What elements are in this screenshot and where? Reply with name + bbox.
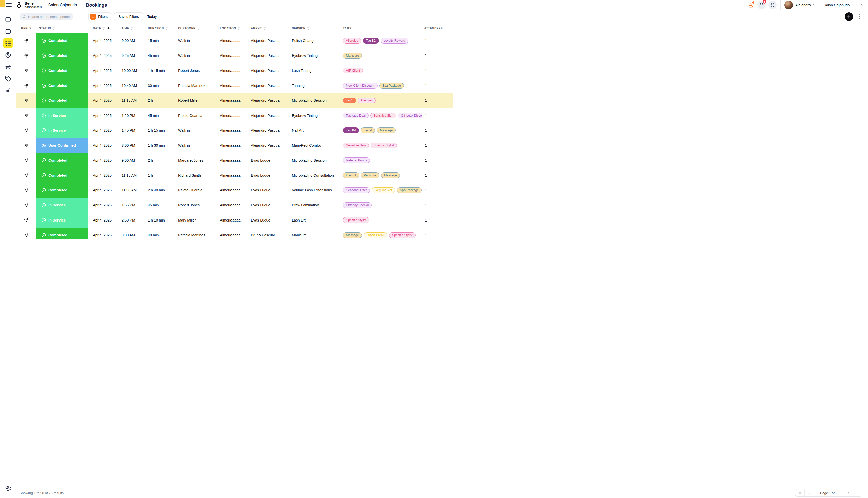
cell-time: 1:45 PM xyxy=(120,123,148,138)
send-reply-icon[interactable] xyxy=(24,173,28,178)
column-header-time[interactable]: TIME xyxy=(120,26,148,30)
table-row[interactable]: In Service Apr 4, 20251:55 PM45 minRober… xyxy=(16,198,434,213)
column-label: SERVICE xyxy=(292,27,305,30)
status-completed-icon xyxy=(41,38,49,43)
column-header-location[interactable]: LOCATION xyxy=(218,26,250,30)
table-row[interactable]: Completed Apr 4, 20259:00 AM2 hMargaret … xyxy=(16,153,434,168)
send-reply-icon[interactable] xyxy=(24,128,28,132)
cell-customer: Richard Smith xyxy=(176,168,218,183)
sidebar-item-calendar[interactable] xyxy=(3,26,13,36)
send-reply-icon[interactable] xyxy=(24,203,28,207)
sort-icon[interactable] xyxy=(102,26,105,30)
column-header-customer[interactable]: CUSTOMER xyxy=(176,26,218,30)
search-box[interactable] xyxy=(20,13,73,21)
send-reply-icon[interactable] xyxy=(24,218,28,222)
send-reply-icon[interactable] xyxy=(24,39,28,43)
sort-icon[interactable] xyxy=(52,26,55,30)
tag-pill[interactable]: Tag B4 xyxy=(343,127,359,133)
cell-customer: Walk in xyxy=(176,33,218,48)
tag-pill[interactable]: Massage xyxy=(377,127,396,133)
tag-pill[interactable]: Off-peak Discount xyxy=(398,113,423,118)
sort-icon[interactable] xyxy=(307,26,310,30)
send-reply-icon[interactable] xyxy=(24,68,28,73)
tag-pill[interactable]: Tag B2 xyxy=(363,38,379,44)
tag-pill[interactable]: Sensitive Skin xyxy=(371,113,397,118)
tag-pill[interactable]: Allergies xyxy=(358,97,376,103)
column-header-status[interactable]: STATUS xyxy=(36,26,88,30)
saved-filters-button[interactable]: Saved Filters xyxy=(114,12,143,21)
tag-pill[interactable]: Spa Package xyxy=(379,83,404,89)
tag-pill[interactable]: Lunch Break xyxy=(364,232,387,238)
table-row[interactable]: Completed Apr 4, 202511:15 AM2 hRobert M… xyxy=(16,93,434,108)
tag-pill[interactable]: Specific Stylist xyxy=(343,217,370,223)
tag-pill[interactable]: Referral Bonus xyxy=(343,157,370,163)
tag-pill[interactable]: Birthday Special xyxy=(343,202,372,208)
sidebar-item-tags[interactable] xyxy=(3,74,13,84)
table-row[interactable]: In Service Apr 4, 20252:50 PM1 h 10 minM… xyxy=(16,213,434,228)
send-reply-icon[interactable] xyxy=(24,53,28,58)
sidebar-item-reports[interactable] xyxy=(3,86,13,96)
sidebar-item-payments[interactable] xyxy=(3,14,13,25)
column-header-agent[interactable]: AGENT xyxy=(250,26,291,30)
tag-pill[interactable]: Massage xyxy=(381,172,400,178)
sort-icon[interactable] xyxy=(197,26,200,30)
sort-desc-arrow-icon[interactable] xyxy=(107,26,110,30)
sort-icon[interactable] xyxy=(165,26,168,30)
sidebar-item-bookings[interactable] xyxy=(3,38,13,48)
column-header-duration[interactable]: DURATION xyxy=(148,26,176,30)
tag-pill[interactable]: New Client Discount xyxy=(343,83,377,89)
tag-pill[interactable]: Loyalty Reward xyxy=(380,38,408,44)
top-bar: Belle Appointments Salon Cojonudo Bookin… xyxy=(0,0,434,10)
cell-duration: 40 min xyxy=(148,228,176,239)
cell-service: Mani-Pedi Combo xyxy=(291,138,342,153)
tag-pill[interactable]: Haircut xyxy=(343,172,359,178)
tag-pill[interactable]: Facial xyxy=(361,127,375,133)
tag-pill[interactable]: Specific Stylist xyxy=(389,232,416,238)
table-row[interactable]: Completed Apr 4, 202510:00 AM1 h 15 minR… xyxy=(16,63,434,78)
column-label: TIME xyxy=(122,27,129,30)
table-row[interactable]: Completed Apr 4, 20259:25 AM45 minWalk i… xyxy=(16,48,434,63)
tag-pill[interactable]: VIP Client xyxy=(343,68,363,74)
column-header-service[interactable]: SERVICE xyxy=(291,26,342,30)
sort-icon[interactable] xyxy=(130,26,133,30)
table-row[interactable]: In Service Apr 4, 20251:20 PM45 minPalet… xyxy=(16,108,434,123)
today-button[interactable]: Today xyxy=(147,15,157,19)
table-row[interactable]: Completed Apr 4, 20259:00 AM15 minWalk i… xyxy=(16,33,434,48)
table-row[interactable]: Completed Apr 4, 202511:15 AM1 hRichard … xyxy=(16,168,434,183)
send-reply-icon[interactable] xyxy=(24,99,28,103)
column-label: DATE xyxy=(93,27,101,30)
sidebar-item-products[interactable] xyxy=(3,62,13,72)
send-reply-icon[interactable] xyxy=(24,158,28,162)
send-reply-icon[interactable] xyxy=(24,143,28,147)
filters-button[interactable]: 1 Filters xyxy=(88,12,111,21)
column-header-date[interactable]: DATE xyxy=(88,26,120,30)
tag-pill[interactable]: Allergies xyxy=(343,38,361,44)
send-reply-icon[interactable] xyxy=(24,83,28,88)
send-reply-icon[interactable] xyxy=(24,188,28,193)
table-row[interactable]: User Confirmed Apr 4, 20253:00 PM1 h 30 … xyxy=(16,138,434,153)
hamburger-menu-icon[interactable] xyxy=(6,3,12,7)
cell-tags: Tag B4FacialMassage xyxy=(342,123,423,138)
tag-pill[interactable]: Massage xyxy=(343,232,362,238)
tag-pill[interactable]: Package Deal xyxy=(343,113,369,118)
sort-icon[interactable] xyxy=(263,26,266,30)
tag-pill[interactable]: Sensitive Skin xyxy=(343,143,369,148)
send-reply-icon[interactable] xyxy=(24,233,28,237)
table-row[interactable]: Completed Apr 4, 202511:50 AM2 h 40 minP… xyxy=(16,183,434,198)
cell-reply xyxy=(16,213,36,227)
tag-pill[interactable]: Spa Package xyxy=(397,187,422,193)
table-row[interactable]: Completed Apr 4, 202510:40 AM30 minPatri… xyxy=(16,78,434,93)
tag-pill[interactable]: Regular Slot xyxy=(372,187,395,193)
tag-pill[interactable]: Tag1 xyxy=(343,97,356,103)
tag-pill[interactable]: Seasonal Offer xyxy=(343,187,370,193)
cell-agent: Evas Luque xyxy=(250,168,291,183)
tag-pill[interactable]: Pedicure xyxy=(361,172,379,178)
sort-icon[interactable] xyxy=(237,26,240,30)
search-input[interactable] xyxy=(28,15,70,19)
tag-pill[interactable]: Specific Stylist xyxy=(371,143,397,148)
tag-pill[interactable]: Manicure xyxy=(343,53,362,58)
table-row[interactable]: In Service Apr 4, 20251:45 PM1 h 15 minW… xyxy=(16,123,434,138)
table-row[interactable]: Completed Apr 4, 20259:00 AM40 minPatric… xyxy=(16,228,434,239)
sidebar-item-customers[interactable] xyxy=(3,50,13,60)
send-reply-icon[interactable] xyxy=(24,113,28,118)
